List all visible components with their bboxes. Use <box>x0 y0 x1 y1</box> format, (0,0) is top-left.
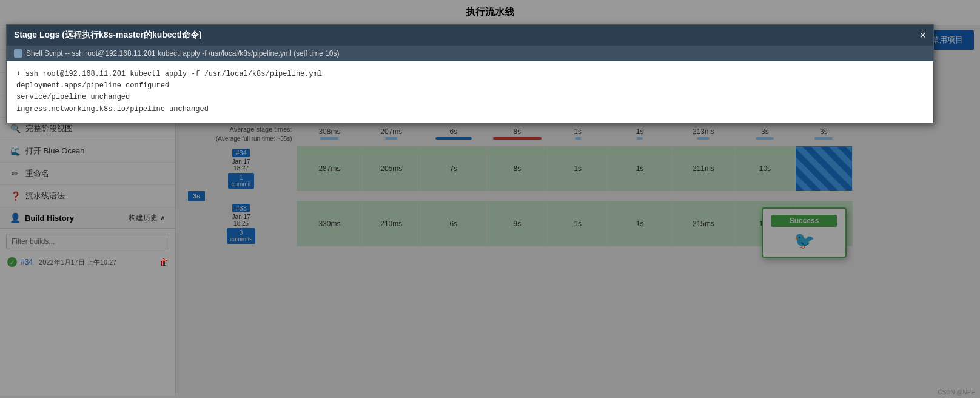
log-line-3: service/pipeline unchanged <box>16 92 924 103</box>
modal-body: + ssh root@192.168.11.201 kubectl apply … <box>7 61 933 123</box>
log-line-2: deployment.apps/pipeline configured <box>16 80 924 92</box>
modal-title: Stage Logs (远程执行k8s-master的kubectl命令) <box>14 30 202 41</box>
shell-script-icon <box>14 49 22 58</box>
stage-logs-modal: Stage Logs (远程执行k8s-master的kubectl命令) × … <box>6 24 934 123</box>
modal-header: Stage Logs (远程执行k8s-master的kubectl命令) × <box>7 25 933 46</box>
log-line-4: ingress.networking.k8s.io/pipeline uncha… <box>16 104 924 115</box>
modal-close-button[interactable]: × <box>919 30 926 41</box>
modal-subheader-text: Shell Script -- ssh root@192.168.11.201 … <box>26 49 339 58</box>
modal-subheader: Shell Script -- ssh root@192.168.11.201 … <box>7 46 933 61</box>
log-line-1: + ssh root@192.168.11.201 kubectl apply … <box>16 69 924 80</box>
